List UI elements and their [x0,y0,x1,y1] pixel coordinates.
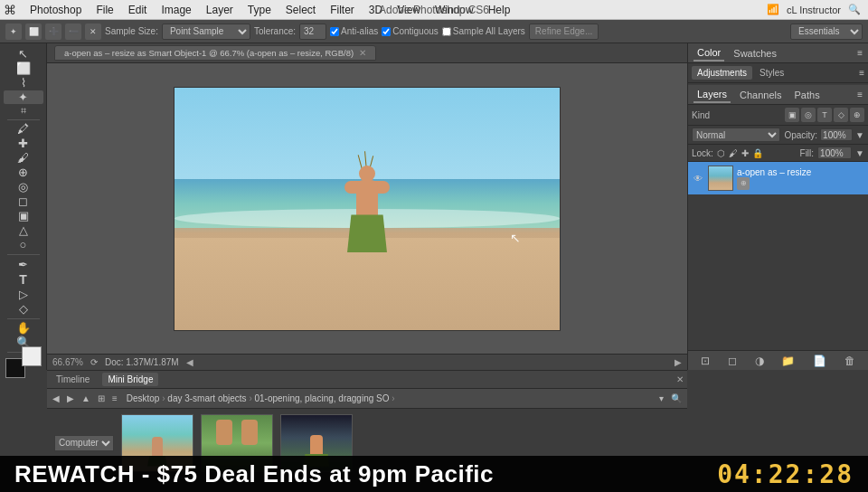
sample-size-dropdown[interactable]: Point Sample 3 by 3 Average 5 by 5 Avera… [162,24,250,40]
brush-tool-button[interactable]: 🖌 [4,151,43,165]
lock-all-icon[interactable]: 🔒 [752,148,763,158]
lock-pixels-icon[interactable]: 🖌 [729,148,738,158]
pen-tool-button[interactable]: ✒ [4,258,43,271]
layers-blend-row: Normal Multiply Screen Opacity: 100% ▼ [688,126,868,145]
doc-info: Doc: 1.37M/1.87M [105,357,179,367]
adj-panel-menu-icon[interactable]: ≡ [859,68,864,78]
menubar-right: 📶 cL Instructor 🔍 [767,0,861,19]
menu-layer[interactable]: Layer [200,2,240,18]
dodge-tool-button[interactable]: ○ [4,238,43,251]
adjustments-icon[interactable]: ◑ [752,353,767,369]
menu-file[interactable]: File [90,2,119,18]
mb-view-icon[interactable]: ⊞ [96,393,107,403]
mb-back-icon[interactable]: ◀ [51,393,61,403]
channels-panel-tab[interactable]: Channels [736,88,785,102]
sample-all-checkbox-group[interactable]: Sample All Layers [442,26,525,36]
quick-select-tool-button[interactable]: ✦ [4,90,43,104]
fill-input[interactable] [817,147,852,159]
workspace-dropdown[interactable]: Essentials [790,24,863,40]
hand-tool-button[interactable]: ✋ [4,321,43,335]
color-boxes[interactable] [5,358,42,366]
path-part-day3[interactable]: day 3-smart objects [167,393,246,403]
path-sep3: › [392,393,394,403]
path-select-tool-button[interactable]: ▷ [4,288,43,301]
menu-image[interactable]: Image [155,2,197,18]
lock-position-icon[interactable]: ✚ [741,148,749,158]
crop-tool-button[interactable]: ⌗ [4,105,43,117]
anti-alias-checkbox-group[interactable]: Anti-alias [330,26,378,36]
adjustments-tab[interactable]: Adjustments [692,66,752,80]
shape-tool-button[interactable]: ◇ [4,302,43,316]
eraser-tool-button[interactable]: ◻ [4,194,43,208]
paths-panel-tab[interactable]: Paths [791,88,824,102]
history-brush-tool-button[interactable]: ◎ [4,180,43,194]
mb-forward-icon[interactable]: ▶ [65,393,76,403]
path-part-desktop[interactable]: Desktop [127,393,160,403]
delete-layer-icon[interactable]: 🗑 [842,353,858,369]
mb-menu-icon[interactable]: ≡ [110,393,119,403]
layers-panel-menu-icon[interactable]: ≡ [857,90,863,99]
mb-filter-icon[interactable]: ▾ [657,393,665,403]
tab-close-icon[interactable]: ✕ [359,48,366,58]
app-title: Adobe Photoshop CS6 [379,4,489,16]
clone-tool-button[interactable]: ⊕ [4,166,43,179]
sample-all-checkbox[interactable] [442,27,451,36]
mb-up-icon[interactable]: ▲ [80,393,92,403]
rectangle-select-tool-button[interactable]: ⬜ [4,62,43,75]
search-menu-icon[interactable]: 🔍 [848,4,861,15]
filter-adjust-icon[interactable]: ◎ [801,108,816,122]
path-part-01[interactable]: 01-opening, placing, dragging SO [254,393,389,403]
menu-select[interactable]: Select [279,2,322,18]
sample-all-label: Sample All Layers [453,26,525,36]
background-color-swatch[interactable] [22,346,42,366]
layers-lock-row: Lock: ⬡ 🖌 ✚ 🔒 Fill: ▼ [688,145,868,162]
new-layer-icon[interactable]: 📄 [810,353,829,369]
folder-select[interactable]: Computer [54,435,114,451]
blend-mode-select[interactable]: Normal Multiply Screen [692,128,780,142]
new-style-icon[interactable]: ⊡ [698,353,712,369]
anti-alias-checkbox[interactable] [330,27,339,36]
menu-type[interactable]: Type [241,2,278,18]
gradient-tool-button[interactable]: ▣ [4,209,43,222]
fill-stepper-icon[interactable]: ▼ [855,148,864,158]
contiguous-checkbox[interactable] [382,27,391,36]
filter-pixel-icon[interactable]: ▣ [785,108,799,122]
canvas-wrapper[interactable]: ↖ [47,63,687,354]
tolerance-input[interactable]: 32 [299,24,326,40]
mb-search-icon[interactable]: 🔍 [669,393,684,403]
layers-panel-tab[interactable]: Layers [693,87,731,103]
menu-photoshop[interactable]: Photoshop [24,2,88,18]
layer-thumb-inner [709,166,732,190]
document-tab[interactable]: a-open as – resize as Smart Object-1 @ 6… [54,45,376,61]
contiguous-checkbox-group[interactable]: Contiguous [382,26,439,36]
color-panel-header: Color Swatches ≡ [688,43,868,63]
bottom-panel-close-icon[interactable]: ✕ [676,374,684,384]
lasso-tool-button[interactable]: ⌇ [4,76,43,90]
blur-tool-button[interactable]: △ [4,223,43,237]
filter-shape-icon[interactable]: ◇ [834,108,848,122]
canvas-nav-right[interactable]: ▶ [675,357,682,367]
opacity-input[interactable]: 100% [820,128,853,141]
refine-edge-button[interactable]: Refine Edge... [529,24,599,40]
filter-type-icon[interactable]: T [817,108,832,122]
filter-smart-icon[interactable]: ⊕ [850,108,864,122]
layer-visibility-icon[interactable]: 👁 [692,172,704,184]
layer-item[interactable]: 👁 a-open as – resize ⊕ [688,162,868,194]
swatches-panel-tab[interactable]: Swatches [730,46,780,61]
panel-menu-icon[interactable]: ≡ [857,48,863,58]
menu-edit[interactable]: Edit [122,2,154,18]
move-tool-button[interactable]: ↖ [4,47,43,61]
new-group-icon[interactable]: 📁 [778,353,797,369]
timeline-tab[interactable]: Timeline [51,373,95,386]
styles-tab[interactable]: Styles [754,66,789,80]
opacity-stepper-icon[interactable]: ▼ [855,130,864,140]
color-panel-tab[interactable]: Color [693,45,724,62]
menu-filter[interactable]: Filter [324,2,361,18]
mini-bridge-tab[interactable]: Mini Bridge [102,373,158,386]
type-tool-button[interactable]: T [4,272,43,287]
eyedropper-tool-button[interactable]: 🖍 [4,122,43,136]
heal-tool-button[interactable]: ✚ [4,137,43,150]
canvas-nav-arrow[interactable]: ◀ [186,357,193,367]
add-mask-icon[interactable]: ◻ [725,353,740,369]
lock-transparent-icon[interactable]: ⬡ [717,148,725,158]
